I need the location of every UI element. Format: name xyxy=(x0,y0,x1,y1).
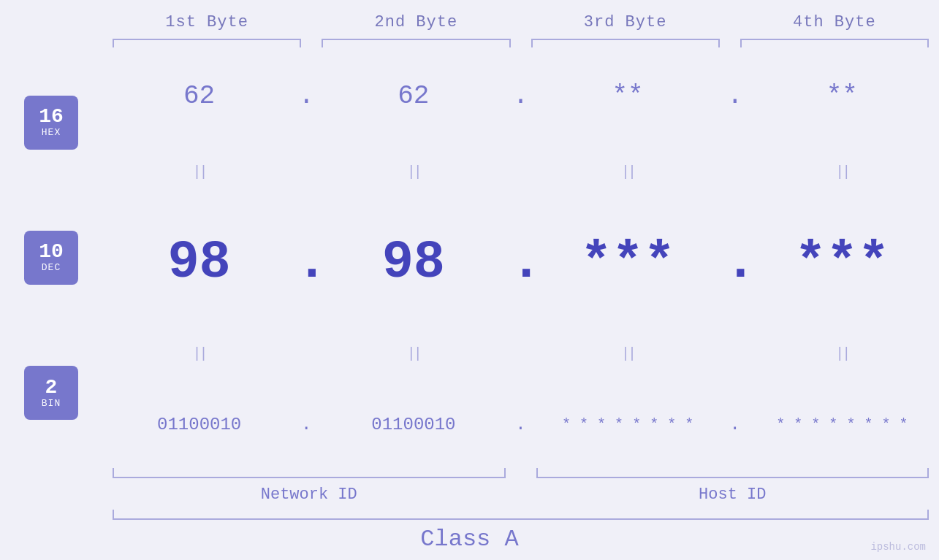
dec-dot-2: . xyxy=(511,233,531,293)
full-bracket-wrap xyxy=(102,510,939,520)
byte-headers: 1st Byte 2nd Byte 3rd Byte 4th Byte xyxy=(102,0,939,39)
host-id-label: Host ID xyxy=(526,486,940,504)
dec-dot-1: . xyxy=(296,233,316,293)
id-labels-row: Network ID Host ID xyxy=(102,486,939,504)
eq1-c1: || xyxy=(102,164,296,180)
hex-dot-3: . xyxy=(725,81,745,111)
main-content: 16 HEX 10 DEC 2 BIN 62 . 62 . ** . ** xyxy=(0,47,939,468)
eq2-c3: || xyxy=(531,345,725,362)
eq1-c2: || xyxy=(316,164,510,180)
dec-b4: *** xyxy=(745,233,939,293)
bin-dot-3: . xyxy=(725,415,745,434)
bin-badge-num: 2 xyxy=(45,377,58,398)
bin-b2: 01100010 xyxy=(316,415,510,434)
dec-b2: 98 xyxy=(316,233,510,293)
hex-badge-label: HEX xyxy=(42,127,61,138)
host-bracket-wrap xyxy=(526,468,940,481)
data-section: 62 . 62 . ** . ** || || || || 98 xyxy=(102,47,939,468)
dec-row: 98 . 98 . *** . *** xyxy=(102,233,939,293)
hex-dot-1: . xyxy=(296,81,316,111)
dec-dot-3: . xyxy=(725,233,745,293)
eq2-c2: || xyxy=(316,345,510,362)
network-id-label: Network ID xyxy=(102,486,516,504)
bracket-cell-4 xyxy=(730,39,939,47)
nid-hid-bracket-row xyxy=(102,468,939,481)
byte-2-label: 2nd Byte xyxy=(311,13,520,31)
dec-b3: *** xyxy=(531,233,725,293)
equals-row-1: || || || || xyxy=(102,163,939,180)
hex-row: 62 . 62 . ** . ** xyxy=(102,81,939,111)
byte-3-label: 3rd Byte xyxy=(521,13,730,31)
full-bracket xyxy=(113,510,929,520)
class-label: Class A xyxy=(0,520,939,560)
dec-badge: 10 DEC xyxy=(24,231,78,285)
bin-dot-1: . xyxy=(296,415,316,434)
bin-badge-label: BIN xyxy=(42,398,61,409)
hex-b4: ** xyxy=(745,81,939,111)
network-bracket xyxy=(113,468,506,478)
bracket-cell-3 xyxy=(521,39,730,47)
eq1-c4: || xyxy=(745,164,939,180)
badge-column: 16 HEX 10 DEC 2 BIN xyxy=(0,47,102,468)
bin-dot-2: . xyxy=(511,415,531,434)
bracket-cell-2 xyxy=(311,39,520,47)
dec-b1: 98 xyxy=(102,233,296,293)
network-bracket-wrap xyxy=(102,468,516,481)
host-bracket xyxy=(536,468,930,478)
bin-b4: * * * * * * * * xyxy=(745,416,939,433)
eq1-c3: || xyxy=(531,164,725,180)
equals-row-2: || || || || xyxy=(102,345,939,363)
hex-dot-2: . xyxy=(511,81,531,111)
bin-badge: 2 BIN xyxy=(24,366,78,420)
eq2-c4: || xyxy=(745,345,939,362)
dec-badge-label: DEC xyxy=(42,262,61,273)
byte-1-label: 1st Byte xyxy=(102,13,311,31)
hex-badge-num: 16 xyxy=(39,107,64,127)
byte-4-label: 4th Byte xyxy=(730,13,939,31)
dec-badge-num: 10 xyxy=(39,242,64,262)
hex-b3: ** xyxy=(531,81,725,111)
hex-b1: 62 xyxy=(102,81,296,111)
watermark: ipshu.com xyxy=(870,541,926,553)
bracket-cell-1 xyxy=(102,39,311,47)
hex-badge: 16 HEX xyxy=(24,96,78,150)
bin-b3: * * * * * * * * xyxy=(531,416,725,433)
bin-row: 01100010 . 01100010 . * * * * * * * * . … xyxy=(102,415,939,434)
eq2-c1: || xyxy=(102,345,296,362)
app-container: 1st Byte 2nd Byte 3rd Byte 4th Byte 16 H… xyxy=(0,0,939,560)
hex-b2: 62 xyxy=(316,81,510,111)
bin-b1: 01100010 xyxy=(102,415,296,434)
top-brackets xyxy=(102,39,939,47)
